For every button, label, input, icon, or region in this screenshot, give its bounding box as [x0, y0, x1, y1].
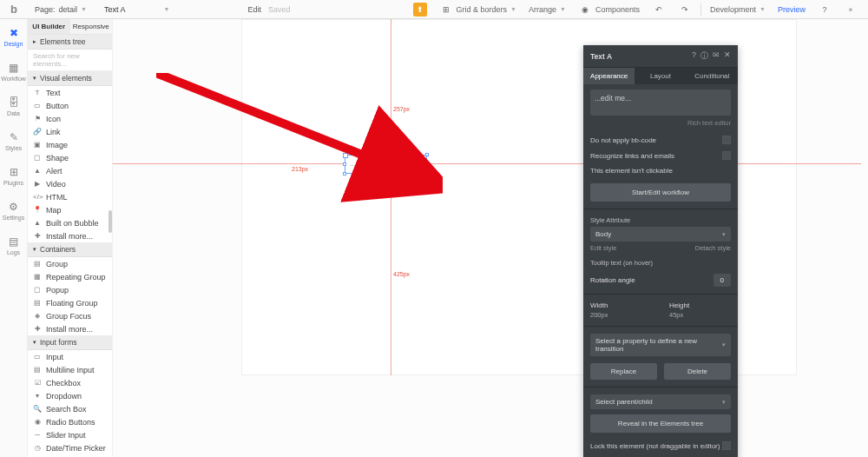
plugins-icon: ⊞ [10, 166, 18, 178]
palette-multiline-input[interactable]: ▤Multiline Input [28, 363, 112, 376]
undo-button[interactable]: ↶ [648, 3, 669, 17]
palette-map[interactable]: 📍Map [28, 203, 112, 216]
palette-popup[interactable]: ▢Popup [28, 283, 112, 296]
page-name: detail [59, 5, 78, 14]
ruler-bottom-label: 425px [393, 271, 410, 277]
tooltip-label: Tooltip text (on hover) [590, 259, 731, 267]
info-icon[interactable]: ⓘ [700, 50, 708, 62]
text-content-input[interactable]: ...edit me... [590, 89, 731, 116]
nav-workflow[interactable]: ▦Workflow [0, 54, 27, 89]
palette-group[interactable]: ▤Group [28, 257, 112, 270]
palette-dropdown[interactable]: ▾Dropdown [28, 389, 112, 402]
visual-elements-header[interactable]: ▾Visual elements [28, 71, 112, 86]
assistant-button[interactable]: ⬆ [410, 3, 431, 17]
parent-child-dropdown[interactable]: Select parent/child▾ [590, 394, 731, 409]
palette-repeating-group[interactable]: ▦Repeating Group [28, 270, 112, 283]
help-icon[interactable]: ? [692, 50, 696, 62]
html-icon: </> [33, 193, 42, 201]
palette-radio-buttons[interactable]: ◉Radio Buttons [28, 415, 112, 428]
tab-conditional[interactable]: Conditional [687, 68, 738, 84]
tab-responsive[interactable]: Responsive [70, 19, 113, 34]
containers-header[interactable]: ▾Containers [28, 242, 112, 257]
annotation-arrow [156, 73, 443, 203]
image-icon: ▣ [33, 141, 42, 149]
palette-input[interactable]: ▭Input [28, 350, 112, 363]
grid-borders-dropdown[interactable]: ⊞Grid & borders▼ [436, 3, 520, 17]
palette-install-more-visual[interactable]: ✚Install more... [28, 229, 112, 242]
logs-icon: ▤ [9, 235, 18, 248]
palette-checkbox[interactable]: ☑Checkbox [28, 376, 112, 389]
palette-icon[interactable]: ⚑Icon [28, 112, 112, 125]
environment-dropdown[interactable]: Development▼ [707, 5, 769, 14]
edit-mode-label[interactable]: Edit [247, 5, 261, 14]
lock-element-label: Lock this element (not draggable in edit… [590, 442, 720, 450]
transition-dropdown[interactable]: Select a property to define a new transi… [590, 334, 731, 356]
rotation-input[interactable]: 0 [713, 274, 731, 287]
palette-install-more-containers[interactable]: ✚Install more... [28, 322, 112, 335]
redo-icon: ↷ [678, 3, 692, 17]
rich-text-editor-link[interactable]: Rich text editor [590, 119, 731, 127]
components-dropdown[interactable]: ◉Components [575, 3, 643, 17]
style-dropdown[interactable]: Body▾ [590, 227, 731, 242]
lock-element-checkbox[interactable] [722, 441, 731, 450]
search-icon: 🔍 [33, 405, 42, 413]
tab-layout[interactable]: Layout [635, 68, 686, 84]
nav-settings[interactable]: ⚙Settings [0, 193, 27, 228]
palette-video[interactable]: ▶Video [28, 177, 112, 190]
palette-html[interactable]: </>HTML [28, 190, 112, 203]
nav-styles[interactable]: ✎Styles [0, 123, 27, 158]
selected-element-dropdown[interactable]: Text A ▼ [94, 5, 180, 14]
tab-ui-builder[interactable]: UI Builder [28, 19, 70, 34]
sidepanel-scrollbar[interactable] [108, 210, 112, 233]
elements-tree-header[interactable]: ▸Elements tree [28, 35, 112, 50]
nav-logs[interactable]: ▤Logs [0, 228, 27, 262]
input-forms-header[interactable]: ▾Input forms [28, 335, 112, 350]
detach-style-link[interactable]: Detach style [695, 244, 731, 252]
palette-image[interactable]: ▣Image [28, 138, 112, 151]
panel-title: Text A [590, 52, 612, 61]
edit-style-link[interactable]: Edit style [590, 244, 616, 252]
search-elements-input[interactable]: Search for new elements... [28, 50, 112, 71]
delete-button[interactable]: Delete [664, 363, 731, 380]
plus-icon: ✚ [33, 325, 42, 333]
arrange-dropdown[interactable]: Arrange▼ [525, 5, 569, 14]
button-icon: ▭ [33, 102, 42, 109]
palette-slider-input[interactable]: ─Slider Input [28, 428, 112, 441]
start-workflow-button[interactable]: Start/Edit workflow [590, 183, 731, 202]
input-icon: ▭ [33, 353, 42, 361]
floating-group-icon: ▤ [33, 299, 42, 307]
nav-plugins[interactable]: ⊞Plugins [0, 158, 27, 193]
replace-button[interactable]: Replace [590, 363, 657, 380]
nav-design[interactable]: ✖Design [0, 19, 27, 54]
palette-group-focus[interactable]: ◈Group Focus [28, 309, 112, 322]
property-editor[interactable]: Text A ? ⓘ ✉ ✕ Appearance Layout Conditi… [583, 45, 738, 457]
flag-icon: ⚑ [33, 115, 42, 123]
page-selector[interactable]: Page: detail ▼ [28, 5, 94, 14]
palette-text[interactable]: TText [28, 86, 112, 99]
width-value: 200px [590, 311, 652, 319]
clock-icon: ◷ [33, 444, 42, 452]
comment-icon[interactable]: ✉ [713, 50, 720, 62]
preview-button[interactable]: Preview [774, 5, 809, 14]
repeating-group-icon: ▦ [33, 273, 42, 281]
help-button[interactable]: ? [814, 3, 835, 17]
palette-floating-group[interactable]: ▤Floating Group [28, 296, 112, 309]
account-button[interactable]: ● [840, 3, 861, 17]
palette-alert[interactable]: ▲Alert [28, 164, 112, 177]
palette-link[interactable]: 🔗Link [28, 125, 112, 138]
palette-button[interactable]: ▭Button [28, 99, 112, 112]
palette-datetime-picker[interactable]: ◷Date/Time Picker [28, 441, 112, 454]
tab-appearance[interactable]: Appearance [583, 68, 635, 84]
redo-button[interactable]: ↷ [674, 3, 695, 17]
palette-built-on-bubble[interactable]: ▲Built on Bubble [28, 216, 112, 229]
bbcode-checkbox[interactable] [722, 136, 731, 144]
reveal-in-tree-button[interactable]: Reveal in the Elements tree [590, 414, 731, 433]
palette-search-box[interactable]: 🔍Search Box [28, 402, 112, 415]
components-icon: ◉ [578, 3, 592, 17]
nav-data[interactable]: 🗄Data [0, 89, 27, 123]
dropdown-icon: ▾ [33, 392, 42, 400]
recognize-links-checkbox[interactable] [722, 151, 731, 160]
palette-shape[interactable]: ▢Shape [28, 151, 112, 164]
plus-icon: ✚ [33, 232, 42, 240]
close-icon[interactable]: ✕ [724, 50, 731, 62]
